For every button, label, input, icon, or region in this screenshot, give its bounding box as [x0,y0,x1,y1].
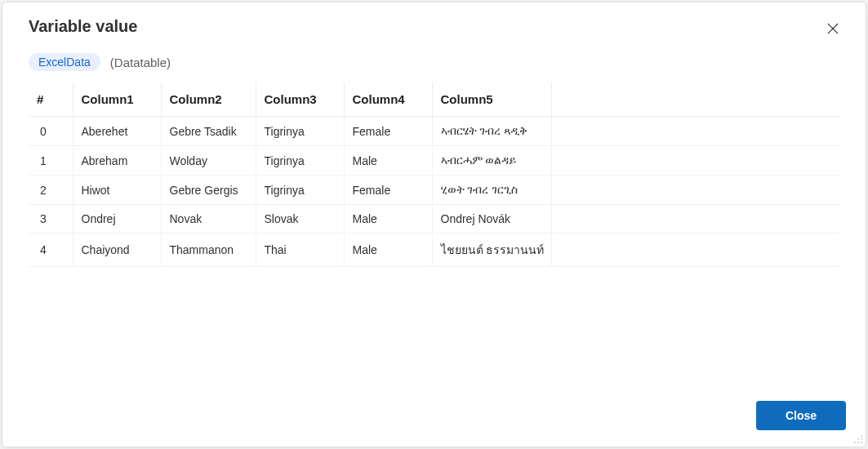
table-row[interactable]: 0AberehetGebre TsadikTigrinyaFemaleኣብርሄት… [29,117,839,146]
table-cell: Female [344,117,432,146]
variable-name-chip[interactable]: ExcelData [29,53,100,71]
data-table: # Column1 Column2 Column3 Column4 Column… [29,82,839,267]
table-cell-spacer [551,233,839,267]
table-cell: Gebre Tsadik [161,117,256,146]
dialog-footer: Close [2,388,866,447]
table-cell: ሂወት ገብረ ገርጊስ [432,176,551,205]
variable-value-dialog: Variable value ExcelData (Datatable) # C… [2,2,866,447]
close-button[interactable]: Close [756,401,846,430]
table-cell: Ondrej Novák [432,205,551,233]
svg-point-2 [861,435,862,437]
header-column4[interactable]: Column4 [344,82,432,117]
table-cell: ኣብርሓም ወልዳይ [432,146,551,176]
table-cell-spacer [551,117,839,146]
table-row[interactable]: 2HiwotGebre GergisTigrinyaFemaleሂወት ገብረ … [29,176,839,205]
table-cell: Female [344,176,432,205]
table-cell: Slovak [256,205,344,233]
table-cell: ኣብርሄት ገብረ ጻዲቅ [432,117,551,146]
header-column2[interactable]: Column2 [161,82,256,117]
table-cell: 4 [29,233,73,267]
table-cell: Thai [256,233,344,267]
table-cell: Wolday [161,146,256,176]
svg-point-7 [861,442,862,443]
table-cell-spacer [551,146,839,176]
table-cell: Male [344,146,432,176]
dialog-title: Variable value [29,17,137,36]
svg-point-5 [854,442,856,443]
svg-point-4 [861,438,862,440]
table-cell: 0 [29,117,73,146]
table-row[interactable]: 4ChaiyondThammanonThaiMaleไชยยนต์ ธรรมาน… [29,233,839,267]
header-column1[interactable]: Column1 [73,82,161,117]
header-column3[interactable]: Column3 [256,82,344,117]
header-spacer [551,82,839,117]
table-cell: Hiwot [73,176,161,205]
variable-info: ExcelData (Datatable) [2,45,866,82]
svg-point-3 [857,438,859,440]
table-cell: 2 [29,176,73,205]
table-cell: Ondrej [73,205,161,233]
table-cell: ไชยยนต์ ธรรมานนท์ [432,233,551,267]
table-cell: Thammanon [161,233,256,267]
table-cell: Gebre Gergis [161,176,256,205]
dialog-header: Variable value [2,2,866,45]
close-icon[interactable] [820,16,846,42]
table-cell: Male [344,205,432,233]
table-cell-spacer [551,205,839,233]
table-header-row: # Column1 Column2 Column3 Column4 Column… [29,82,839,117]
resize-grip-icon[interactable] [853,434,863,444]
svg-point-6 [857,442,859,443]
table-cell: Tigrinya [256,146,344,176]
table-cell-spacer [551,176,839,205]
header-index[interactable]: # [29,82,73,117]
table-cell: Novak [161,205,256,233]
variable-type-label: (Datatable) [110,56,171,69]
table-cell: Tigrinya [256,176,344,205]
table-cell: Tigrinya [256,117,344,146]
table-row[interactable]: 1AbrehamWoldayTigrinyaMaleኣብርሓም ወልዳይ [29,146,839,176]
table-cell: Abreham [73,146,161,176]
table-cell: Aberehet [73,117,161,146]
table-cell: Male [344,233,432,267]
table-cell: 3 [29,205,73,233]
table-cell: 1 [29,146,73,176]
header-column5[interactable]: Column5 [432,82,551,117]
data-table-container: # Column1 Column2 Column3 Column4 Column… [2,82,866,388]
table-row[interactable]: 3OndrejNovakSlovakMaleOndrej Novák [29,205,839,233]
table-cell: Chaiyond [73,233,161,267]
